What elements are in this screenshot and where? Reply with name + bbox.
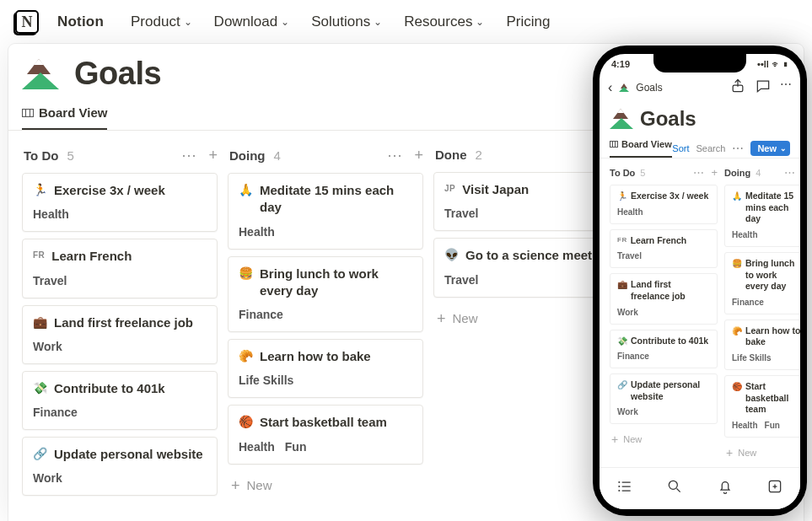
card-tag: Life Skills <box>732 353 772 363</box>
card-tag: Work <box>33 471 62 485</box>
column-name: Doing <box>724 168 750 178</box>
nav-item-pricing[interactable]: Pricing <box>506 13 550 30</box>
svg-point-4 <box>619 482 620 483</box>
nav-item-resources[interactable]: Resources⌄ <box>404 13 484 30</box>
card-tag: Health <box>239 225 275 239</box>
board-card[interactable]: 🍔Bring lunch to work every day Finance <box>724 252 800 314</box>
nav-item-solutions[interactable]: Solutions⌄ <box>311 13 382 30</box>
board-card[interactable]: 🙏Meditate 15 mins each day Health <box>724 185 800 247</box>
list-icon[interactable] <box>616 478 633 499</box>
card-tag: Work <box>617 308 638 317</box>
card-title: Visit Japan <box>462 181 529 198</box>
card-title: Meditate 15 mins each day <box>260 182 412 217</box>
column-add-icon[interactable]: + <box>711 167 718 178</box>
plus-icon: + <box>611 432 618 446</box>
card-tag: Fun <box>765 421 780 430</box>
board-card[interactable]: 🥐Learn how to bake Life Skills <box>228 339 423 398</box>
more-icon[interactable]: ⋯ <box>780 78 792 97</box>
share-icon[interactable] <box>729 78 746 97</box>
mountain-icon <box>619 83 629 92</box>
card-title: Update personal website <box>631 379 710 402</box>
card-title: Update personal website <box>54 446 203 463</box>
card-emoji: 🏀 <box>732 381 742 416</box>
column-menu-icon[interactable]: ⋯ <box>784 167 795 178</box>
column-count: 2 <box>476 148 482 162</box>
tab-board-view[interactable]: Board View <box>22 105 107 130</box>
board-card[interactable]: 💼Land first freelance job Work <box>610 273 718 324</box>
column-add-icon[interactable]: + <box>208 148 218 163</box>
board-card[interactable]: 🏀Start basketball team HealthFun <box>724 375 800 438</box>
add-card-button[interactable]: +New <box>228 471 423 500</box>
column-name: To Do <box>610 168 635 178</box>
new-button[interactable]: New⌄ <box>750 141 790 156</box>
nav-item-product[interactable]: Product⌄ <box>131 13 192 30</box>
search-icon[interactable] <box>666 478 683 499</box>
chevron-down-icon: ⌄ <box>780 144 787 153</box>
board-card[interactable]: 💸Contribute to 401k Finance <box>22 371 218 430</box>
card-tag: Work <box>33 340 62 353</box>
notion-logo-icon[interactable]: N <box>15 10 39 34</box>
phone-mockup: 4:19 ••ll ᯤ ▮ ‹ Goals ⋯ Goals Board View… <box>593 46 807 516</box>
board-card[interactable]: 💸Contribute to 401k Finance <box>610 330 718 369</box>
phone-tab-bar <box>600 467 800 509</box>
card-flag: FR <box>33 250 45 261</box>
board-card[interactable]: 🥐Learn how to bake Life Skills <box>724 320 800 370</box>
plus-icon: + <box>231 478 240 493</box>
plus-icon: + <box>726 446 733 459</box>
card-emoji: 🥐 <box>732 325 742 348</box>
column-name: To Do <box>24 148 58 163</box>
board-card[interactable]: 🏃Exercise 3x / week Health <box>22 173 218 232</box>
phone-search-button[interactable]: Search <box>696 143 726 153</box>
board-card[interactable]: 💼Land first freelance job Work <box>22 305 218 364</box>
column-menu-icon[interactable]: ⋯ <box>181 148 196 163</box>
card-title: Contribute to 401k <box>54 380 165 397</box>
brand-name[interactable]: Notion <box>57 13 104 30</box>
card-title: Bring lunch to work every day <box>745 258 800 293</box>
chevron-down-icon: ⌄ <box>476 16 484 28</box>
phone-page-title[interactable]: Goals <box>640 107 696 131</box>
card-tag: Travel <box>444 273 478 287</box>
board-card[interactable]: 🙏Meditate 15 mins each day Health <box>228 173 423 250</box>
column-name: Doing <box>229 148 266 163</box>
card-title: Bring lunch to work every day <box>260 266 412 300</box>
card-title: Start basketball team <box>260 414 387 431</box>
card-tag: Life Skills <box>239 373 293 387</box>
board-icon <box>22 109 34 117</box>
new-page-icon[interactable] <box>766 478 783 499</box>
top-nav: N Notion Product⌄ Download⌄ Solutions⌄ R… <box>0 0 812 44</box>
board-card[interactable]: 🔗Update personal website Work <box>610 373 718 424</box>
column-add-icon[interactable]: + <box>414 148 423 163</box>
nav-item-download[interactable]: Download⌄ <box>214 13 290 30</box>
phone-more-icon[interactable]: ⋯ <box>732 142 744 154</box>
bell-icon[interactable] <box>717 478 734 499</box>
add-card-button[interactable]: +New <box>724 443 800 463</box>
card-emoji: 🍔 <box>239 266 253 282</box>
board-card[interactable]: 🔗Update personal website Work <box>22 437 218 496</box>
mountain-icon <box>610 109 633 129</box>
board-column: Doing 4⋯+ 🙏Meditate 15 mins each day Hea… <box>724 167 800 463</box>
card-tag: Travel <box>444 207 478 220</box>
phone-sort-button[interactable]: Sort <box>672 143 689 153</box>
comment-icon[interactable] <box>755 78 772 97</box>
board-card[interactable]: FRLearn French Travel <box>22 239 218 298</box>
card-title: Learn French <box>51 248 132 265</box>
column-header: To Do 5⋯+ <box>22 144 218 173</box>
card-title: Learn how to bake <box>745 325 800 348</box>
board-card[interactable]: FRLearn French Travel <box>610 229 718 269</box>
board-column: Doing 4⋯+ 🙏Meditate 15 mins each day Hea… <box>228 144 423 502</box>
page-title[interactable]: Goals <box>74 56 161 92</box>
board-card[interactable]: 🏀Start basketball team HealthFun <box>228 405 423 464</box>
board-card[interactable]: 🏃Exercise 3x / week Health <box>610 185 718 224</box>
card-title: Exercise 3x / week <box>54 182 165 199</box>
board-card[interactable]: 🍔Bring lunch to work every day Finance <box>228 256 423 333</box>
phone-tab-board-view[interactable]: Board View <box>610 139 672 158</box>
add-card-button[interactable]: +New <box>610 429 718 449</box>
column-menu-icon[interactable]: ⋯ <box>387 148 402 163</box>
breadcrumb[interactable]: Goals <box>636 82 662 94</box>
back-button[interactable]: ‹ <box>608 80 612 95</box>
column-count: 4 <box>274 148 281 163</box>
column-menu-icon[interactable]: ⋯ <box>693 167 704 178</box>
card-title: Learn French <box>631 235 687 247</box>
svg-line-8 <box>677 489 680 492</box>
phone-page-header: Goals <box>600 102 800 132</box>
